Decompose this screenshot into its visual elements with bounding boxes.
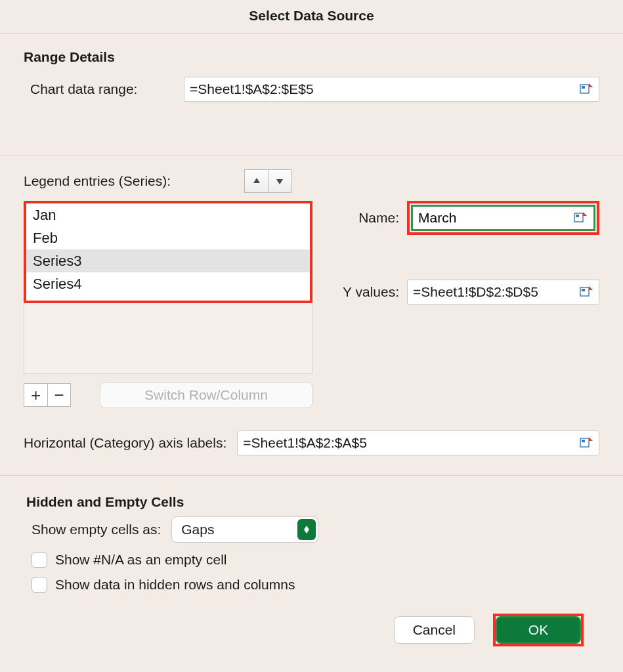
series-name-row: Name:	[331, 201, 599, 235]
range-details-section: Range Details Chart data range:	[24, 49, 599, 102]
dialog-title: Select Data Source	[0, 0, 623, 33]
series-right-panel: Name:	[331, 169, 599, 408]
move-up-button[interactable]	[244, 169, 268, 193]
series-listbox-spacer	[24, 303, 312, 374]
divider	[0, 475, 623, 476]
series-name-inner	[411, 205, 595, 231]
series-listbox[interactable]: Jan Feb Series3 Series4	[24, 201, 312, 303]
hidden-empty-section: Hidden and Empty Cells Show empty cells …	[24, 494, 599, 602]
horizontal-axis-input-wrap	[237, 430, 599, 455]
remove-series-button[interactable]: −	[47, 383, 71, 407]
chart-data-range-label: Chart data range:	[30, 81, 184, 97]
y-values-row: Y values:	[331, 280, 599, 304]
show-na-checkbox[interactable]	[32, 552, 47, 568]
show-empty-row: Show empty cells as: Gaps	[26, 516, 599, 543]
series-name-label: Name:	[331, 210, 407, 226]
series-item[interactable]: Feb	[26, 226, 310, 249]
reorder-buttons	[244, 169, 291, 193]
series-name-highlight	[407, 201, 599, 235]
chart-data-range-input-wrap	[184, 77, 599, 102]
horizontal-axis-input[interactable]	[237, 430, 599, 455]
add-series-button[interactable]: +	[24, 383, 47, 407]
chart-data-range-input[interactable]	[184, 77, 599, 102]
show-empty-label: Show empty cells as:	[32, 522, 161, 537]
select-arrows-icon	[297, 519, 316, 540]
series-item[interactable]: Series3	[26, 249, 310, 272]
legend-entries-label: Legend entries (Series):	[24, 173, 171, 189]
dialog-content: Range Details Chart data range:	[0, 33, 623, 672]
legend-heading-row: Legend entries (Series):	[24, 169, 312, 193]
show-empty-select[interactable]: Gaps	[171, 516, 318, 543]
series-item[interactable]: Jan	[26, 203, 310, 226]
select-data-source-dialog: Select Data Source Range Details Chart d…	[0, 0, 623, 672]
series-item[interactable]: Series4	[26, 272, 310, 295]
horizontal-axis-row: Horizontal (Category) axis labels:	[24, 430, 599, 455]
y-values-input[interactable]	[407, 280, 599, 304]
show-na-row: Show #N/A as an empty cell	[26, 552, 599, 568]
show-hidden-checkbox[interactable]	[32, 577, 47, 593]
dialog-footer: Cancel OK	[24, 602, 599, 658]
horizontal-axis-label: Horizontal (Category) axis labels:	[24, 435, 226, 451]
show-hidden-label: Show data in hidden rows and columns	[55, 577, 295, 593]
chart-data-range-row: Chart data range:	[24, 77, 599, 102]
y-values-label: Y values:	[331, 284, 407, 300]
show-na-label: Show #N/A as an empty cell	[55, 552, 226, 568]
add-remove-buttons: + −	[24, 383, 71, 407]
series-area: Legend entries (Series): Jan Feb Series3	[24, 169, 599, 408]
switch-row-column-button[interactable]: Switch Row/Column	[100, 382, 312, 408]
series-name-input[interactable]	[413, 207, 593, 229]
y-values-input-wrap	[407, 280, 599, 304]
cancel-button[interactable]: Cancel	[394, 616, 475, 644]
move-down-button[interactable]	[268, 169, 291, 193]
series-list-controls: + − Switch Row/Column	[24, 382, 312, 408]
range-details-header: Range Details	[24, 49, 599, 65]
ok-highlight: OK	[493, 614, 584, 646]
ok-button[interactable]: OK	[496, 616, 581, 644]
divider	[0, 156, 623, 156]
hidden-empty-header: Hidden and Empty Cells	[26, 494, 599, 510]
show-hidden-row: Show data in hidden rows and columns	[26, 577, 599, 593]
show-empty-value: Gaps	[171, 516, 318, 543]
series-left-panel: Legend entries (Series): Jan Feb Series3	[24, 169, 312, 408]
